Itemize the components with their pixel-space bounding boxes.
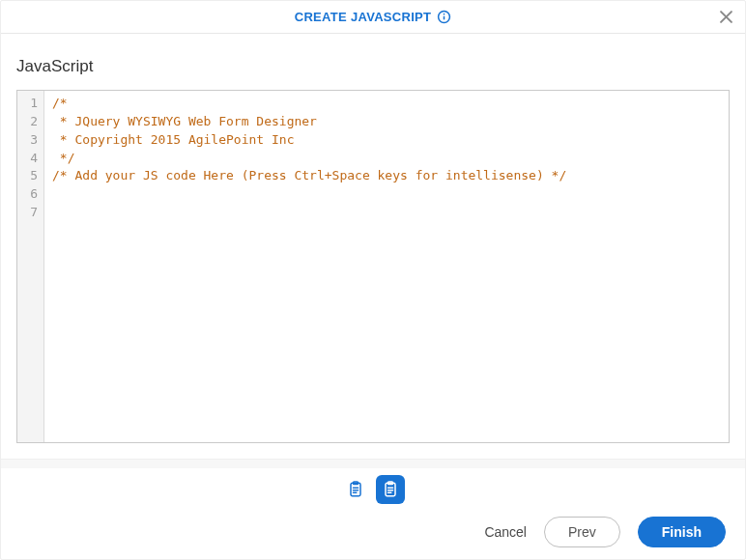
step-pager: [1, 468, 745, 511]
line-number: 6: [27, 185, 38, 204]
prev-button[interactable]: Prev: [544, 517, 620, 547]
line-number: 1: [27, 95, 38, 113]
line-number: 4: [27, 150, 38, 168]
code-line: */: [52, 150, 721, 168]
svg-rect-5: [351, 483, 360, 495]
finish-button[interactable]: Finish: [638, 517, 726, 547]
dialog-title: CREATE JAVASCRIPT: [295, 10, 432, 24]
editor-code-area[interactable]: /* * JQuery WYSIWYG Web Form Designer * …: [44, 91, 729, 442]
cancel-button[interactable]: Cancel: [484, 524, 527, 540]
dialog-body: JavaScript 1234567 /* * JQuery WYSIWYG W…: [1, 34, 745, 459]
line-number: 7: [27, 204, 38, 222]
line-number: 3: [27, 131, 38, 150]
dialog-actions: Cancel Prev Finish: [1, 511, 745, 559]
code-editor[interactable]: 1234567 /* * JQuery WYSIWYG Web Form Des…: [16, 90, 730, 443]
dialog-window: CREATE JAVASCRIPT JavaScript 1234567 /* …: [0, 0, 746, 560]
footer-separator: [1, 459, 745, 468]
svg-rect-10: [386, 483, 395, 495]
code-line: * Copyright 2015 AgilePoint Inc: [52, 131, 721, 150]
dialog-titlebar: CREATE JAVASCRIPT: [1, 1, 745, 34]
code-line: * JQuery WYSIWYG Web Form Designer: [52, 113, 721, 131]
info-icon[interactable]: [437, 10, 451, 24]
step-2-button[interactable]: [376, 475, 405, 504]
close-button[interactable]: [716, 8, 735, 27]
svg-point-2: [444, 14, 445, 15]
code-line: /* Add your JS code Here (Press Ctrl+Spa…: [52, 167, 721, 185]
dialog-title-wrap: CREATE JAVASCRIPT: [295, 10, 452, 24]
line-number: 2: [27, 113, 38, 131]
step-1-button[interactable]: [341, 475, 370, 504]
line-number: 5: [27, 167, 38, 185]
section-title: JavaScript: [16, 57, 730, 76]
editor-gutter: 1234567: [17, 91, 44, 442]
code-line: /*: [52, 95, 721, 113]
